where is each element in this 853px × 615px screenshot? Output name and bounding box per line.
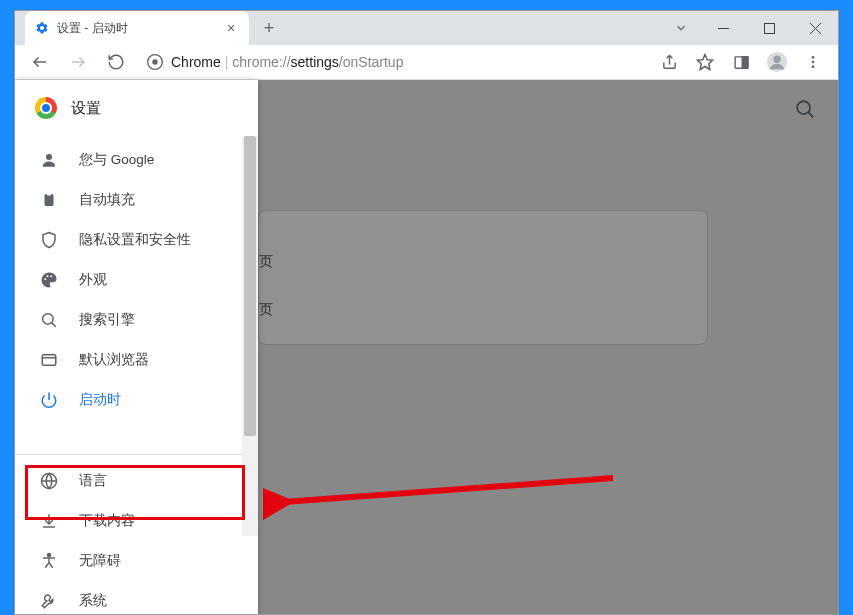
sidebar-title: 设置 xyxy=(71,99,101,118)
close-tab-icon[interactable]: × xyxy=(223,20,239,36)
sidebar-item-label: 无障碍 xyxy=(79,552,121,570)
card-text-fragment: 页 xyxy=(259,301,273,319)
wrench-icon xyxy=(39,592,59,610)
sidebar-item-label: 外观 xyxy=(79,271,107,289)
sidebar-item-label: 系统 xyxy=(79,592,107,610)
svg-rect-18 xyxy=(45,194,54,206)
sidebar-item-label: 您与 Google xyxy=(79,151,154,169)
svg-rect-19 xyxy=(47,193,52,196)
shield-icon xyxy=(39,231,59,249)
menu-icon[interactable] xyxy=(796,45,830,79)
sidebar-item-browser[interactable]: 默认浏览器 xyxy=(15,340,258,380)
sidebar-item-palette[interactable]: 外观 xyxy=(15,260,258,300)
svg-line-35 xyxy=(45,563,49,568)
search-settings-icon[interactable] xyxy=(794,98,816,120)
settings-sidebar: 设置 您与 Google自动填充隐私设置和安全性外观搜索引擎默认浏览器启动时语言… xyxy=(15,80,258,615)
svg-point-22 xyxy=(50,275,52,277)
sidebar-item-label: 搜索引擎 xyxy=(79,311,135,329)
profile-avatar[interactable] xyxy=(760,45,794,79)
svg-point-32 xyxy=(48,554,51,557)
close-window-button[interactable] xyxy=(792,11,838,45)
nav-divider xyxy=(15,454,258,455)
tab-search-button[interactable] xyxy=(662,11,700,45)
sidebar-item-globe[interactable]: 语言 xyxy=(15,461,258,501)
search-icon xyxy=(39,311,59,329)
sidebar-item-label: 自动填充 xyxy=(79,191,135,209)
side-panel-icon[interactable] xyxy=(724,45,758,79)
sidebar-item-download[interactable]: 下载内容 xyxy=(15,501,258,541)
minimize-button[interactable] xyxy=(700,11,746,45)
toolbar: Chrome | chrome://settings/onStartup xyxy=(15,45,838,80)
svg-point-20 xyxy=(44,278,46,280)
svg-rect-1 xyxy=(764,23,774,33)
sidebar-header: 设置 xyxy=(15,80,258,136)
sidebar-item-clipboard[interactable]: 自动填充 xyxy=(15,180,258,220)
address-bar[interactable]: Chrome | chrome://settings/onStartup xyxy=(137,47,648,77)
sidebar-item-search[interactable]: 搜索引擎 xyxy=(15,300,258,340)
download-icon xyxy=(39,512,59,530)
card-text-fragment: 页 xyxy=(259,253,273,271)
tab-title: 设置 - 启动时 xyxy=(57,20,223,37)
svg-point-7 xyxy=(152,59,157,64)
svg-point-37 xyxy=(797,101,810,114)
sidebar-item-label: 隐私设置和安全性 xyxy=(79,231,191,249)
svg-point-21 xyxy=(47,275,49,277)
sidebar-item-label: 下载内容 xyxy=(79,512,135,530)
palette-icon xyxy=(39,271,59,289)
window-controls xyxy=(662,11,838,45)
power-icon xyxy=(39,391,59,409)
globe-icon xyxy=(39,472,59,490)
sidebar-item-label: 默认浏览器 xyxy=(79,351,149,369)
sidebar-item-wrench[interactable]: 系统 xyxy=(15,581,258,615)
accessibility-icon xyxy=(39,552,59,570)
sidebar-item-power[interactable]: 启动时 xyxy=(15,380,258,420)
gear-icon xyxy=(35,21,49,35)
url-text: Chrome | chrome://settings/onStartup xyxy=(171,54,403,70)
svg-point-13 xyxy=(773,56,780,63)
svg-point-16 xyxy=(812,65,815,68)
sidebar-scroll-thumb[interactable] xyxy=(244,136,256,436)
svg-point-14 xyxy=(812,56,815,59)
svg-point-15 xyxy=(812,61,815,64)
back-button[interactable] xyxy=(23,45,57,79)
browser-tab[interactable]: 设置 - 启动时 × xyxy=(25,11,249,45)
browser-icon xyxy=(39,351,59,369)
svg-marker-9 xyxy=(698,55,713,70)
svg-point-23 xyxy=(43,314,54,325)
bookmark-icon[interactable] xyxy=(688,45,722,79)
page-content: 设置 您与 Google自动填充隐私设置和安全性外观搜索引擎默认浏览器启动时语言… xyxy=(15,80,838,615)
svg-line-38 xyxy=(808,112,813,117)
person-icon xyxy=(39,151,59,169)
svg-line-36 xyxy=(49,563,53,568)
forward-button[interactable] xyxy=(61,45,95,79)
startup-options-card: 页 页 xyxy=(258,210,708,345)
svg-rect-0 xyxy=(718,28,729,29)
maximize-button[interactable] xyxy=(746,11,792,45)
site-info-icon[interactable] xyxy=(147,54,163,70)
new-tab-button[interactable]: + xyxy=(255,14,283,42)
reload-button[interactable] xyxy=(99,45,133,79)
sidebar-item-shield[interactable]: 隐私设置和安全性 xyxy=(15,220,258,260)
clipboard-icon xyxy=(39,191,59,209)
tab-strip: 设置 - 启动时 × + xyxy=(15,11,838,45)
sidebar-item-label: 启动时 xyxy=(79,391,121,409)
sidebar-item-person[interactable]: 您与 Google xyxy=(15,140,258,180)
sidebar-item-label: 语言 xyxy=(79,472,107,490)
sidebar-scrollbar[interactable] xyxy=(242,136,258,536)
svg-rect-25 xyxy=(42,355,56,366)
chrome-window: 设置 - 启动时 × + xyxy=(14,10,839,615)
sidebar-item-accessibility[interactable]: 无障碍 xyxy=(15,541,258,581)
svg-line-24 xyxy=(52,323,56,327)
svg-point-17 xyxy=(46,154,52,160)
settings-main: 页 页 xyxy=(258,80,838,615)
chrome-logo-icon xyxy=(35,97,57,119)
share-icon[interactable] xyxy=(652,45,686,79)
svg-rect-11 xyxy=(742,56,748,67)
